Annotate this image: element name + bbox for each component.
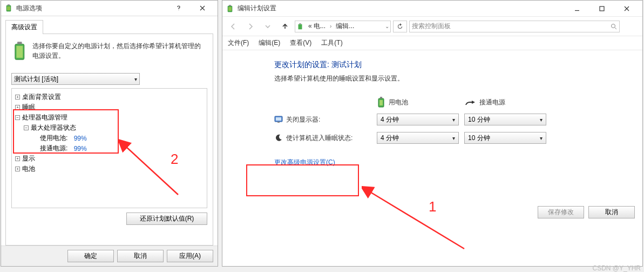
tree-item-value[interactable]: 99% [74,145,87,152]
svg-rect-4 [17,42,22,44]
svg-rect-10 [299,24,302,29]
address-bar-row: « 电... › 编辑... ⌄ 搜索控制面板 [222,17,642,36]
tree-item[interactable]: 桌面背景设置 [22,92,61,102]
apply-button[interactable]: 应用(A) [167,250,213,262]
close-button[interactable] [191,1,214,16]
tab-strip: 高级设置 [1,16,218,34]
svg-rect-1 [8,4,10,5]
annotation-box [246,164,359,196]
svg-rect-17 [276,117,281,121]
expand-icon[interactable]: + [15,95,20,99]
advanced-settings-link[interactable]: 更改高级电源设置(C) [274,158,335,166]
collapse-icon[interactable]: − [15,115,20,120]
tree-item-label: 接通电源: [40,144,67,153]
cancel-button[interactable]: 取消 [588,206,635,218]
svg-rect-11 [299,23,301,24]
row-label-display: 关闭显示器: [274,115,377,124]
display-plugged-select[interactable]: 10 分钟▾ [464,114,546,125]
battery-large-icon [11,39,28,63]
plan-select[interactable]: 测试计划 [活动] ▾ [11,73,140,85]
sleep-battery-select[interactable]: 4 分钟▾ [377,132,459,144]
svg-rect-15 [379,100,383,105]
svg-point-12 [612,24,615,28]
watermark: CSDN @Y_YHR [592,264,641,272]
tree-item[interactable]: 最大处理器状态 [31,123,76,132]
tree-item[interactable]: 电池 [22,164,35,174]
tree-item-label: 使用电池: [40,134,67,143]
expand-icon[interactable]: + [15,167,20,171]
chevron-down-icon: ▾ [452,135,455,141]
menu-tools[interactable]: 工具(T) [321,38,342,48]
breadcrumb[interactable]: « 电... [306,22,328,31]
chevron-down-icon: ▾ [540,117,543,123]
page-heading: 更改计划的设置: 测试计划 [274,60,642,70]
forward-button[interactable] [243,20,258,33]
chevron-down-icon: ▾ [452,117,455,123]
display-battery-select[interactable]: 4 分钟▾ [377,114,459,125]
tab-advanced[interactable]: 高级设置 [5,20,43,34]
sleep-plugged-select[interactable]: 10 分钟▾ [464,132,546,144]
svg-rect-18 [277,122,280,123]
tree-item[interactable]: 显示 [22,154,35,163]
moon-icon [274,134,283,142]
cancel-button[interactable]: 取消 [117,250,164,262]
search-placeholder: 搜索控制面板 [412,22,451,31]
search-icon [611,23,617,30]
battery-icon [296,23,304,30]
tab-body: 选择你要自定义的电源计划，然后选择你希望计算机管理的电源设置。 测试计划 [活动… [5,34,213,246]
close-button[interactable] [614,1,639,17]
battery-icon [4,4,13,12]
monitor-icon [274,115,283,124]
svg-rect-8 [228,7,232,11]
tree-item[interactable]: 处理器电源管理 [22,113,67,122]
collapse-icon[interactable]: − [24,125,29,130]
titlebar: 编辑计划设置 [222,1,642,17]
save-button[interactable]: 保存修改 [538,206,584,218]
breadcrumb[interactable]: 编辑... [334,22,356,31]
column-header-plugged: 接通电源 [464,96,546,108]
power-options-dialog: 电源选项 高级设置 选择你要自定义的电源计划，然后选择你希望计算机管理的电源设置… [1,0,218,267]
column-header-battery: 用电池 [377,96,459,108]
battery-icon [226,4,234,13]
battery-icon [377,96,385,108]
expand-icon[interactable]: + [15,105,20,110]
edit-plan-window: 编辑计划设置 « 电... › 编辑... ⌄ 搜索控制面板 文件(F) 编辑(… [222,0,643,267]
ok-button[interactable]: 确定 [67,250,114,262]
menu-edit[interactable]: 编辑(E) [259,38,280,48]
window-title: 编辑计划设置 [238,4,565,13]
row-label-sleep: 使计算机进入睡眠状态: [274,134,377,143]
expand-icon[interactable]: + [15,156,20,161]
annotation-number: 2 [171,151,178,168]
up-button[interactable] [277,20,293,33]
dialog-buttons: 确定 取消 应用(A) [1,246,218,266]
menu-file[interactable]: 文件(F) [228,38,249,48]
annotation-number: 1 [429,198,436,215]
dialog-description: 选择你要自定义的电源计划，然后选择你希望计算机管理的电源设置。 [32,39,207,63]
dialog-title: 电源选项 [16,4,167,13]
plan-select-value: 测试计划 [活动] [14,75,58,84]
content-area: 更改计划的设置: 测试计划 选择希望计算机使用的睡眠设置和显示设置。 用电池 接… [222,50,642,266]
chevron-down-icon: ▾ [540,135,543,141]
svg-rect-2 [7,6,10,10]
chevron-right-icon: › [330,23,331,29]
help-button[interactable] [167,1,191,16]
chevron-down-icon[interactable]: ⌄ [385,23,389,29]
address-bar[interactable]: « 电... › 编辑... ⌄ [295,21,391,32]
page-subheading: 选择希望计算机使用的睡眠设置和显示设置。 [274,74,642,83]
settings-tree[interactable]: +桌面背景设置 +睡眠 −处理器电源管理 −最大处理器状态 使用电池: 99% … [11,88,207,208]
search-input[interactable]: 搜索控制面板 [409,21,620,32]
svg-rect-9 [600,6,604,11]
svg-rect-7 [229,5,231,6]
titlebar: 电源选项 [1,1,218,16]
history-button[interactable] [260,20,275,33]
chevron-down-icon: ▾ [134,76,137,82]
menu-view[interactable]: 查看(V) [290,38,311,48]
tree-item-value[interactable]: 99% [74,135,87,142]
maximize-button[interactable] [589,1,614,17]
minimize-button[interactable] [565,1,589,17]
refresh-button[interactable] [393,21,407,32]
tree-item[interactable]: 睡眠 [22,103,35,112]
restore-defaults-button[interactable]: 还原计划默认值(R) [126,213,207,225]
plug-icon [464,98,476,106]
back-button[interactable] [226,20,241,33]
